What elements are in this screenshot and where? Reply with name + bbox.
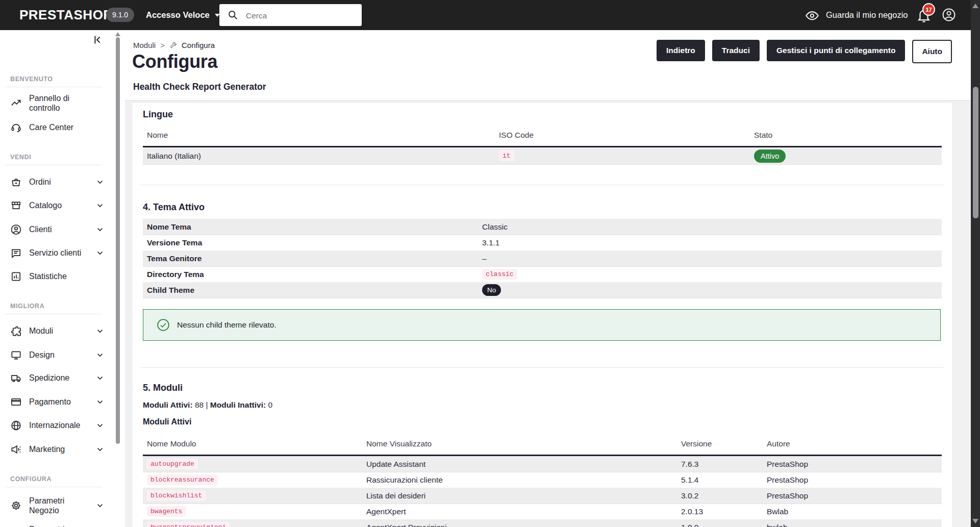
language-name: Italiano (Italian) [147,147,201,164]
col-nome: Nome [147,126,168,144]
chevron-down-icon [96,421,104,430]
success-alert: Nessun child theme rilevato. [143,309,941,341]
prestashop-logo[interactable]: PRESTASHOP [19,0,112,30]
breadcrumb-moduli-link[interactable]: Moduli [133,41,156,49]
wrench-icon [169,41,177,49]
theme-row-label: Directory Tema [147,266,204,282]
chat-icon [10,247,22,259]
section-label-benvenuto: BENVENUTO [10,76,53,83]
active-modules-subheading: Moduli Attivi [143,417,191,426]
back-button[interactable]: Indietro [657,40,705,61]
sidebar-item-clienti[interactable]: Clienti [0,222,115,237]
sidebar-item-moduli[interactable]: Moduli [0,323,115,339]
sidebar-item-pagamento[interactable]: Pagamento [0,394,115,410]
summary-separator: | [206,400,208,409]
theme-row: Child Theme No [143,282,942,298]
active-label: Moduli Attivi: [143,400,193,409]
manage-hooks-button[interactable]: Gestisci i punti di collegamento [767,40,905,61]
sidebar-scroll-up-arrow[interactable] [115,32,120,36]
theme-row: Nome Tema Classic [143,219,942,235]
notifications-button[interactable]: 17 [916,8,932,23]
sidebar-item-parametri-avanzati[interactable]: Parametri [0,519,115,527]
quick-access-menu[interactable]: Accesso Veloce [146,0,220,30]
chevron-down-icon [96,445,104,454]
module-version: 1.0.0 [681,519,698,527]
sidebar-item-parametri-negozio[interactable]: Parametri Negozio [0,495,115,516]
sidebar-item-servizio-clienti[interactable]: Servizio clienti [0,245,115,261]
sidebar-item-design[interactable]: Design [0,347,115,363]
sidebar-item-internazionale[interactable]: Internazionale [0,418,115,433]
active-count: 88 [195,400,204,409]
divider [5,487,102,487]
sidebar-item-spedizione[interactable]: Spedizione [0,370,115,386]
headset-icon [10,122,22,134]
language-status: Attivo [754,147,786,164]
monitor-icon [10,349,22,361]
account-button[interactable] [942,8,956,22]
customer-icon [10,224,22,236]
top-bar: PRESTASHOP 9.1.0 Accesso Veloce Guarda i… [0,0,980,30]
inactive-label: Moduli Inattivi: [210,400,266,409]
module-name: blockwishlist [147,488,206,504]
alert-message: Nessun child theme rilevato. [177,320,277,330]
search-icon [228,10,238,20]
collapse-icon [92,34,103,45]
theme-row: Versione Tema 3.1.1 [143,235,942,251]
sidebar-item-pannello-di-controllo[interactable]: Pannello di controllo [0,92,115,114]
module-name: bwagents [147,504,186,519]
sidebar-item-marketing[interactable]: Marketing [0,442,115,457]
chevron-down-icon [96,398,104,406]
chevron-down-icon [96,178,104,186]
chevron-down-icon [96,501,104,510]
sidebar-item-statistiche[interactable]: Statistiche [0,269,115,284]
module-name: bwagentsprovvigioni [147,519,230,527]
col-nome-modulo: Nome Modulo [147,435,196,453]
module-display-name: Lista dei desideri [366,488,425,504]
theme-row: Directory Tema classic [143,266,942,283]
sidebar-item-ordini[interactable]: Ordini [0,174,115,190]
chevron-down-icon [96,202,104,210]
page-scrollbar-thumb[interactable] [973,87,978,218]
translate-button[interactable]: Traduci [712,40,760,61]
module-author: PrestaShop [767,488,808,504]
theme-row-value: 3.1.1 [482,235,499,250]
module-row: bwagentsprovvigioni AgentXpert Provvigio… [143,519,942,527]
theme-row-label: Versione Tema [147,235,202,250]
col-autore: Autore [767,435,790,453]
section-label-configura: CONFIGURA [10,475,52,483]
search-input[interactable] [245,4,357,27]
sidebar-scrollbar-thumb[interactable] [116,37,120,444]
view-shop-label: Guarda il mio negozio [826,10,908,20]
view-shop-link[interactable]: Guarda il mio negozio [805,0,908,30]
theme-row-value: Classic [482,219,508,235]
chevron-down-icon [96,374,104,382]
collapse-sidebar-button[interactable] [92,34,103,45]
modules-table-header: Nome Modulo Nome Visualizzato Versione A… [143,435,942,456]
help-button[interactable]: Aiuto [912,40,952,63]
module-subtitle: Health Check Report Generator [133,82,266,92]
status-badge: Attivo [754,149,786,163]
page-scrollbar-track[interactable] [971,0,980,527]
chevron-down-icon [96,225,104,234]
languages-table-header: Nome ISO Code Stato [143,126,942,147]
module-version: 7.6.3 [681,456,698,472]
gear-icon [10,500,22,512]
breadcrumb-separator: > [160,41,165,49]
scroll-up-arrow[interactable] [972,4,978,8]
health-check-report-card: Lingue Nome ISO Code Stato Italiano (Ita… [133,103,952,527]
module-name: blockreassurance [147,472,218,488]
module-display-name: Update Assistant [366,456,425,472]
modules-heading: 5. Moduli [143,383,183,393]
sidebar-item-catalogo[interactable]: Catalogo [0,198,115,213]
module-display-name: Rassicurazioni cliente [366,472,443,488]
search-box [219,4,362,26]
scroll-down-arrow[interactable] [972,519,978,523]
theme-row-label: Child Theme [147,282,194,298]
module-author: Bwlab [767,504,788,519]
section-label-migliora: MIGLIORA [10,303,44,310]
breadcrumb: Moduli > Configura [133,41,215,49]
page-header: Moduli > Configura Configura Health Chec… [125,30,971,100]
dashboard-trend-icon [10,97,22,109]
sidebar-item-care-center[interactable]: Care Center [0,120,115,135]
truck-icon [10,372,22,384]
